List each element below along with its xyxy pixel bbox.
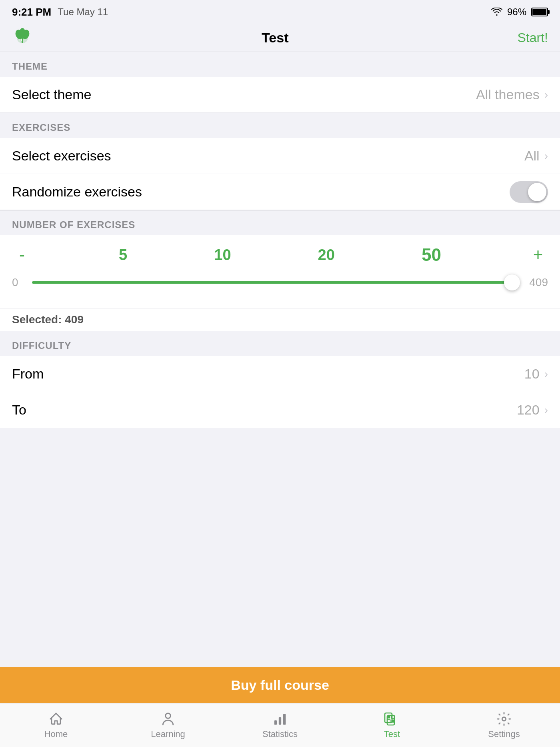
battery-icon xyxy=(531,8,548,16)
slider-container: 0 409 xyxy=(12,276,548,289)
from-chevron-icon: › xyxy=(544,368,548,381)
selected-count-row: Selected: 409 xyxy=(0,308,560,331)
buy-banner[interactable]: Buy full course xyxy=(0,667,560,703)
tab-learning-label: Learning xyxy=(151,729,185,739)
battery-percent: 96% xyxy=(507,6,526,18)
select-theme-label: Select theme xyxy=(12,87,91,102)
difficulty-to-text: 120 xyxy=(517,402,540,418)
step-20[interactable]: 20 xyxy=(318,246,335,264)
theme-section-header: THEME xyxy=(0,52,560,77)
tab-test-label: Test xyxy=(384,729,400,739)
select-exercises-label: Select exercises xyxy=(12,148,111,164)
difficulty-section-header: DIFFICULTY xyxy=(0,331,560,356)
nav-title: Test xyxy=(262,30,288,46)
svg-point-3 xyxy=(20,28,25,36)
exercises-card-group: Select exercises All › Randomize exercis… xyxy=(0,138,560,210)
difficulty-from-row[interactable]: From 10 › xyxy=(0,356,560,392)
exercises-chevron-icon: › xyxy=(544,150,548,162)
status-date: Tue May 11 xyxy=(58,6,108,18)
status-time: 9:21 PM xyxy=(12,6,51,18)
toggle-knob xyxy=(528,183,546,201)
to-chevron-icon: › xyxy=(544,404,548,417)
logo-icon: II xyxy=(12,26,33,46)
nav-bar: II Test Start! xyxy=(0,24,560,52)
select-exercises-value: All › xyxy=(524,148,548,164)
tab-learning[interactable]: Learning xyxy=(112,703,224,747)
app-logo[interactable]: II xyxy=(12,26,33,50)
learning-icon xyxy=(160,711,176,727)
select-theme-value: All themes › xyxy=(476,87,548,102)
svg-rect-13 xyxy=(387,715,390,719)
difficulty-to-label: To xyxy=(12,402,26,418)
step-10[interactable]: 10 xyxy=(214,246,231,264)
tab-statistics-label: Statistics xyxy=(262,729,298,739)
difficulty-from-value: 10 › xyxy=(524,366,548,382)
settings-icon xyxy=(496,711,512,727)
number-steps: - 5 10 20 50 + xyxy=(12,245,548,265)
buy-banner-text: Buy full course xyxy=(231,677,329,693)
difficulty-to-value: 120 › xyxy=(517,402,548,418)
svg-rect-8 xyxy=(274,720,277,725)
minus-button[interactable]: - xyxy=(12,245,32,264)
test-icon xyxy=(384,711,400,727)
difficulty-to-row[interactable]: To 120 › xyxy=(0,392,560,428)
svg-rect-9 xyxy=(279,717,281,725)
selected-label: Selected: xyxy=(12,313,62,326)
start-button[interactable]: Start! xyxy=(518,30,548,45)
statistics-icon xyxy=(272,711,288,727)
svg-rect-16 xyxy=(392,719,395,723)
theme-chevron-icon: › xyxy=(544,88,548,101)
difficulty-from-text: 10 xyxy=(524,366,540,382)
select-theme-row[interactable]: Select theme All themes › xyxy=(0,77,560,113)
slider-min-label: 0 xyxy=(12,276,24,289)
plus-button[interactable]: + xyxy=(528,245,548,264)
tab-settings[interactable]: Settings xyxy=(448,703,560,747)
select-theme-text: All themes xyxy=(476,87,540,102)
slider-max-label: 409 xyxy=(520,276,548,289)
difficulty-from-label: From xyxy=(12,366,44,382)
randomize-exercises-row: Randomize exercises xyxy=(0,174,560,210)
status-right: 96% xyxy=(491,6,548,18)
tab-home[interactable]: Home xyxy=(0,703,112,747)
num-exercises-container: - 5 10 20 50 + 0 409 xyxy=(0,235,560,308)
tab-bar: Home Learning Statistics xyxy=(0,703,560,747)
wifi-icon xyxy=(491,8,502,16)
exercises-section-header: EXERCISES xyxy=(0,113,560,138)
status-bar: 9:21 PM Tue May 11 96% xyxy=(0,0,560,24)
randomize-exercises-label: Randomize exercises xyxy=(12,184,142,200)
tab-home-label: Home xyxy=(44,729,68,739)
difficulty-card-group: From 10 › To 120 › xyxy=(0,356,560,428)
slider-track[interactable] xyxy=(32,281,512,284)
select-exercises-text: All xyxy=(524,148,540,164)
svg-rect-10 xyxy=(283,714,286,725)
home-icon xyxy=(48,711,64,727)
slider-thumb[interactable] xyxy=(504,274,520,290)
select-exercises-row[interactable]: Select exercises All › xyxy=(0,138,560,174)
selected-value: 409 xyxy=(65,313,84,326)
tab-statistics[interactable]: Statistics xyxy=(224,703,336,747)
randomize-toggle[interactable] xyxy=(510,181,548,203)
tab-test[interactable]: Test xyxy=(336,703,448,747)
svg-point-17 xyxy=(502,717,506,721)
empty-area xyxy=(0,428,560,648)
svg-text:II: II xyxy=(20,39,22,41)
step-5[interactable]: 5 xyxy=(119,246,127,264)
num-exercises-section-header: NUMBER OF EXERCISES xyxy=(0,210,560,235)
tab-settings-label: Settings xyxy=(488,729,520,739)
theme-card-group: Select theme All themes › xyxy=(0,77,560,113)
step-50[interactable]: 50 xyxy=(422,245,441,265)
svg-point-7 xyxy=(166,713,171,718)
